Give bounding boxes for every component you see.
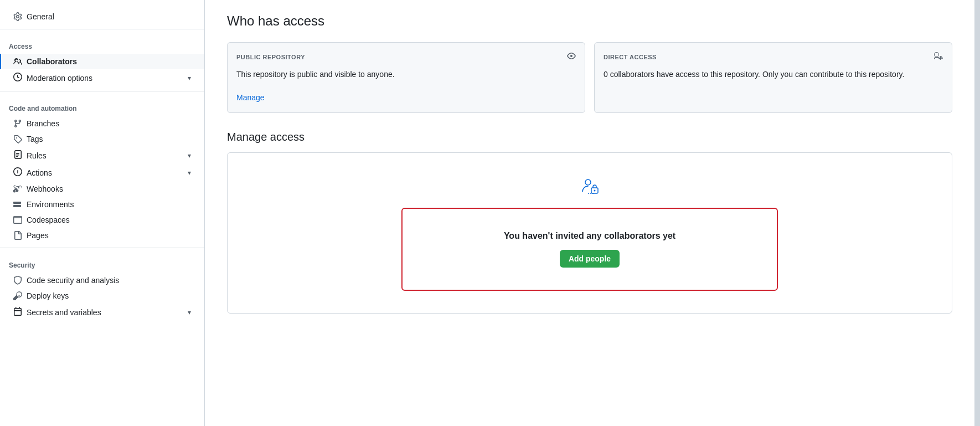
sidebar-item-moderation-label: Moderation options: [27, 74, 92, 83]
public-repo-body: This repository is public and visible to…: [236, 69, 576, 104]
rules-left: Rules: [13, 150, 47, 161]
svg-point-0: [585, 179, 591, 185]
sidebar-item-secrets-label: Secrets and variables: [27, 308, 101, 317]
sidebar-item-rules-label: Rules: [27, 151, 47, 160]
sidebar-item-actions-label: Actions: [27, 168, 52, 177]
sidebar-item-general[interactable]: General: [4, 9, 200, 24]
public-repo-label: PUBLIC REPOSITORY: [236, 54, 305, 60]
sidebar-item-actions[interactable]: Actions ▾: [4, 164, 200, 181]
shield-icon: [13, 276, 22, 285]
tag-icon: [13, 135, 22, 143]
secrets-left: Secrets and variables: [13, 307, 101, 317]
manage-access-container: You haven't invited any collaborators ye…: [227, 152, 952, 314]
access-section-label: Access: [0, 34, 204, 54]
eye-icon: [567, 52, 576, 62]
svg-point-4: [590, 193, 591, 194]
sidebar-item-tags[interactable]: Tags: [4, 131, 200, 147]
environments-icon: [13, 200, 22, 209]
sidebar-item-branches-label: Branches: [27, 119, 59, 128]
actions-icon: [13, 167, 22, 178]
empty-state-text: You haven't invited any collaborators ye…: [504, 231, 675, 241]
public-repo-card-header: PUBLIC REPOSITORY: [236, 52, 576, 62]
svg-point-5: [592, 193, 594, 194]
sidebar-item-webhooks[interactable]: Webhooks: [4, 181, 200, 197]
key-icon: [13, 291, 22, 300]
sidebar-item-webhooks-label: Webhooks: [27, 184, 63, 193]
sidebar-item-rules[interactable]: Rules ▾: [4, 147, 200, 164]
public-repo-card: PUBLIC REPOSITORY This repository is pub…: [227, 42, 585, 113]
code-automation-section-label: Code and automation: [0, 96, 204, 116]
divider-1: [0, 29, 204, 29]
svg-point-2: [594, 190, 596, 192]
rules-icon: [13, 150, 22, 161]
direct-access-body: 0 collaborators have access to this repo…: [604, 69, 943, 80]
divider-2: [0, 91, 204, 91]
moderation-icon: [13, 73, 22, 83]
empty-state-icon-wrapper: [241, 175, 938, 199]
secrets-icon: [13, 307, 22, 317]
sidebar-item-codespaces-label: Codespaces: [27, 215, 70, 224]
direct-access-card-header: DIRECT ACCESS: [604, 52, 943, 62]
sidebar-item-deploy-keys[interactable]: Deploy keys: [4, 288, 200, 304]
actions-left: Actions: [13, 167, 52, 178]
chevron-down-icon-rules: ▾: [188, 152, 191, 160]
public-repo-text: This repository is public and visible to…: [236, 70, 395, 79]
sidebar-item-collaborators[interactable]: Collaborators: [0, 54, 204, 69]
sidebar-item-code-security-label: Code security and analysis: [27, 276, 119, 285]
sidebar-item-environments[interactable]: Environments: [4, 197, 200, 212]
chevron-down-icon-actions: ▾: [188, 169, 191, 177]
sidebar-item-tags-label: Tags: [27, 135, 43, 143]
sidebar-item-collaborators-label: Collaborators: [27, 57, 77, 66]
chevron-down-icon-secrets: ▾: [188, 309, 191, 316]
divider-3: [0, 248, 204, 248]
sidebar-item-deploy-keys-label: Deploy keys: [27, 291, 69, 300]
pages-icon: [13, 231, 22, 240]
moderation-left: Moderation options: [13, 73, 92, 83]
sidebar-item-pages-label: Pages: [27, 231, 49, 240]
codespaces-icon: [13, 215, 22, 224]
page-title: Who has access: [227, 13, 952, 29]
manage-access-title: Manage access: [227, 131, 952, 143]
security-section-label: Security: [0, 253, 204, 273]
manage-link[interactable]: Manage: [236, 93, 265, 102]
branch-icon: [13, 119, 22, 128]
sidebar-item-environments-label: Environments: [27, 200, 74, 209]
webhooks-icon: [13, 184, 22, 193]
chevron-down-icon: ▾: [188, 74, 191, 82]
gear-icon: [13, 12, 22, 21]
scrollbar[interactable]: [974, 0, 980, 426]
sidebar-item-moderation[interactable]: Moderation options ▾: [4, 69, 200, 86]
sidebar-item-secrets[interactable]: Secrets and variables ▾: [4, 304, 200, 321]
sidebar-item-general-label: General: [27, 12, 54, 21]
direct-access-card: DIRECT ACCESS 0 collaborators have acces…: [594, 42, 952, 113]
add-people-button[interactable]: Add people: [560, 250, 620, 268]
sidebar-item-pages[interactable]: Pages: [4, 228, 200, 243]
main-content: Who has access PUBLIC REPOSITORY This re…: [205, 0, 974, 426]
lock-person-icon: [579, 175, 601, 199]
empty-state: You haven't invited any collaborators ye…: [401, 208, 778, 291]
access-cards: PUBLIC REPOSITORY This repository is pub…: [227, 42, 952, 113]
sidebar: General Access Collaborators Moderation …: [0, 0, 205, 426]
svg-point-3: [588, 193, 589, 194]
sidebar-item-branches[interactable]: Branches: [4, 116, 200, 131]
person-add-icon: [934, 52, 943, 62]
people-icon: [13, 57, 22, 66]
sidebar-item-code-security[interactable]: Code security and analysis: [4, 273, 200, 288]
direct-access-label: DIRECT ACCESS: [604, 54, 657, 60]
sidebar-item-codespaces[interactable]: Codespaces: [4, 212, 200, 228]
